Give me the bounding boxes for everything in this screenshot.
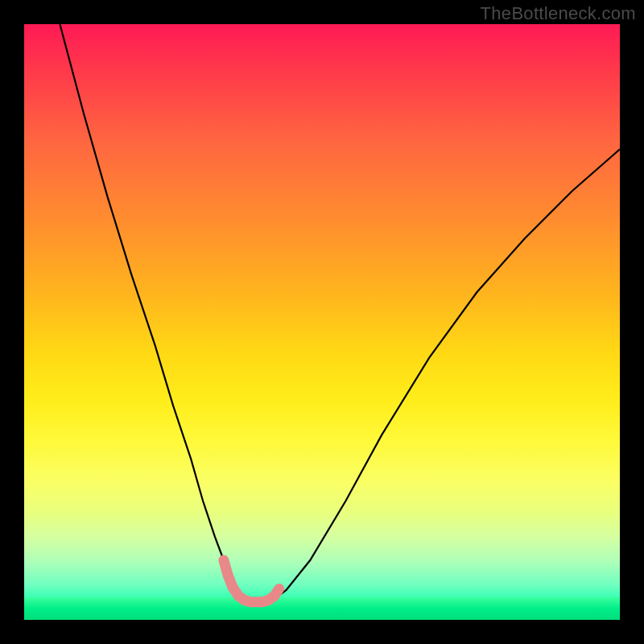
chart-frame: TheBottleneck.com — [0, 0, 644, 644]
highlight-range — [224, 560, 279, 602]
chart-svg — [24, 24, 620, 620]
bottleneck-curve — [60, 24, 620, 602]
plot-area — [24, 24, 620, 620]
watermark-text: TheBottleneck.com — [481, 3, 636, 24]
